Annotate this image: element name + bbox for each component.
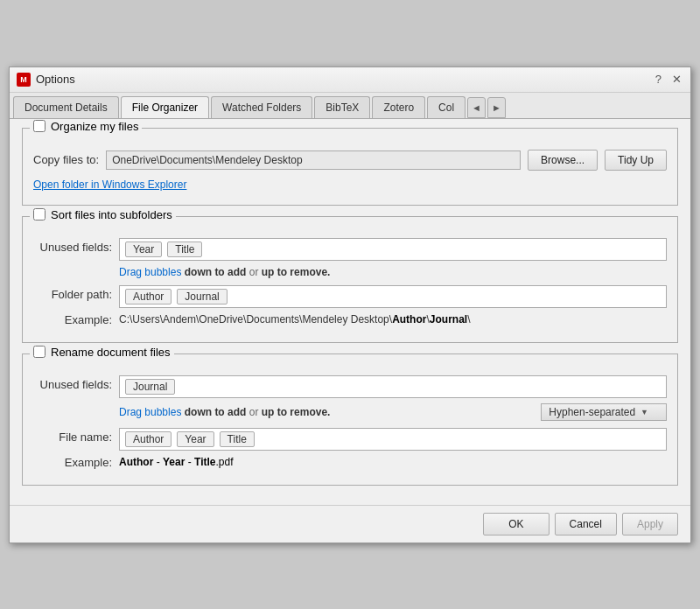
open-folder-link[interactable]: Open folder in Windows Explorer bbox=[33, 178, 186, 191]
tab-bibtex[interactable]: BibTeX bbox=[314, 96, 370, 118]
copy-files-label: Copy files to: bbox=[33, 153, 99, 166]
folder-bubbles-field: Author Journal bbox=[119, 285, 667, 308]
file-name-label: File name: bbox=[33, 428, 112, 444]
rename-unused-label: Unused fields: bbox=[33, 375, 112, 391]
options-window: M Options ? ✕ Document Details File Orga… bbox=[9, 66, 691, 543]
rename-section: Rename document files Unused fields: Jou… bbox=[22, 354, 678, 486]
unused-bubbles-field: Year Title bbox=[119, 238, 667, 261]
open-folder-row: Open folder in Windows Explorer bbox=[33, 178, 667, 191]
file-bubbles-field: Author Year Title bbox=[119, 428, 667, 451]
organize-checkbox[interactable] bbox=[33, 120, 46, 132]
title-bar-left: M Options bbox=[17, 73, 75, 87]
bubble-year-file[interactable]: Year bbox=[177, 431, 214, 447]
folder-example-label: Example: bbox=[33, 313, 112, 326]
tab-file-organizer[interactable]: File Organizer bbox=[121, 96, 209, 119]
subfolders-label: Sort files into subfolders bbox=[51, 208, 172, 221]
close-button[interactable]: ✕ bbox=[670, 73, 683, 86]
bubble-title[interactable]: Title bbox=[167, 242, 202, 257]
bottom-bar: OK Cancel Apply bbox=[10, 505, 690, 542]
tab-scroll-right[interactable]: ► bbox=[487, 97, 506, 118]
tab-watched-folders[interactable]: Watched Folders bbox=[211, 96, 312, 118]
subfolders-hint: Drag bubbles down to add or up to remove… bbox=[119, 266, 667, 278]
organize-label: Organize my files bbox=[51, 120, 138, 133]
organize-legend: Organize my files bbox=[30, 120, 142, 133]
window-title: Options bbox=[36, 73, 75, 86]
tab-document-details[interactable]: Document Details bbox=[13, 96, 119, 118]
rename-checkbox[interactable] bbox=[33, 346, 46, 358]
browse-button[interactable]: Browse... bbox=[528, 150, 598, 171]
folder-example-row: Example: C:\Users\Andem\OneDrive\Documen… bbox=[33, 313, 667, 326]
title-bar-right: ? ✕ bbox=[654, 73, 683, 86]
title-bar: M Options ? ✕ bbox=[10, 67, 690, 93]
bubble-title-file[interactable]: Title bbox=[220, 431, 255, 447]
rename-unused-fields-row: Unused fields: Journal bbox=[33, 375, 667, 398]
unused-fields-label: Unused fields: bbox=[33, 238, 112, 254]
bubble-author-folder[interactable]: Author bbox=[125, 289, 172, 304]
separator-label: Hyphen-separated bbox=[549, 406, 635, 418]
file-example-label: Example: bbox=[33, 456, 112, 469]
copy-row: Copy files to: OneDrive\Documents\Mendel… bbox=[33, 150, 667, 171]
tab-scroll-left[interactable]: ◄ bbox=[467, 97, 486, 118]
rename-hint: Drag bubbles down to add or up to remove… bbox=[119, 406, 330, 418]
subfolders-section: Sort files into subfolders Unused fields… bbox=[22, 216, 678, 343]
subfolders-checkbox[interactable] bbox=[33, 208, 46, 220]
main-content: Organize my files Copy files to: OneDriv… bbox=[10, 119, 690, 505]
bubble-year[interactable]: Year bbox=[125, 242, 162, 257]
folder-example-path: C:\Users\Andem\OneDrive\Documents\Mendel… bbox=[119, 313, 470, 326]
apply-button[interactable]: Apply bbox=[622, 513, 678, 536]
subfolders-legend: Sort files into subfolders bbox=[30, 208, 176, 221]
unused-fields-row: Unused fields: Year Title bbox=[33, 238, 667, 261]
tidy-up-button[interactable]: Tidy Up bbox=[605, 150, 667, 171]
copy-path-field[interactable]: OneDrive\Documents\Mendeley Desktop bbox=[106, 150, 521, 170]
bubble-author-file[interactable]: Author bbox=[125, 431, 172, 447]
bubble-journal-unused[interactable]: Journal bbox=[125, 379, 175, 395]
tab-zotero[interactable]: Zotero bbox=[372, 96, 425, 118]
organize-section: Organize my files Copy files to: OneDriv… bbox=[22, 128, 678, 206]
tab-bar: Document Details File Organizer Watched … bbox=[10, 93, 690, 119]
rename-label: Rename document files bbox=[51, 346, 171, 359]
folder-path-row: Folder path: Author Journal bbox=[33, 285, 667, 308]
app-icon: M bbox=[17, 73, 31, 87]
ok-button[interactable]: OK bbox=[483, 513, 549, 536]
file-example-path: Author - Year - Title.pdf bbox=[119, 456, 234, 468]
separator-dropdown[interactable]: Hyphen-separated bbox=[541, 403, 667, 421]
rename-hint-row: Drag bubbles down to add or up to remove… bbox=[119, 403, 667, 421]
rename-legend: Rename document files bbox=[30, 346, 174, 359]
help-button[interactable]: ? bbox=[654, 73, 663, 86]
rename-unused-bubbles: Journal bbox=[119, 375, 667, 398]
bubble-journal-folder[interactable]: Journal bbox=[177, 289, 227, 304]
file-name-row: File name: Author Year Title bbox=[33, 428, 667, 451]
folder-path-label: Folder path: bbox=[33, 285, 112, 301]
file-example-row: Example: Author - Year - Title.pdf bbox=[33, 456, 667, 469]
cancel-button[interactable]: Cancel bbox=[555, 513, 617, 536]
tab-col[interactable]: Col bbox=[427, 96, 466, 118]
